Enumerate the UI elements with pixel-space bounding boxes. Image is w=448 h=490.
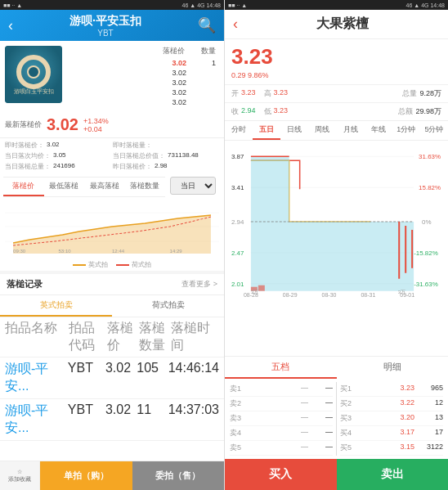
svg-text:14:29: 14:29 [170,249,183,254]
sell-row-3: 卖3 — — [230,411,333,426]
buy-row-5: 买5 3.15 3122 [340,441,443,456]
tab-hammer-price[interactable]: 落槌价 [3,178,44,196]
left-header: ‹ 游呗·平安玉扣 YBT 🔍 [0,10,224,41]
stock-buy-button[interactable]: 买入 [225,459,337,490]
view-more-link[interactable]: 查看更多 > [181,279,217,290]
stat-prev-price: 昨日落槌价： 2.98 [113,162,219,171]
right-status-bar: ■■ ·· ▲ 46 ▲ 4G 14:48 [225,0,448,10]
svg-point-2 [28,66,39,78]
tab-weekly[interactable]: 周线 [308,121,336,140]
stock-price-change: 0.29 9.86% [231,71,441,79]
stat-avg-price: 当日落次均价： 3.05 [5,151,111,160]
svg-text:2.47: 2.47 [231,249,244,257]
right-panel: ■■ ·· ▲ 46 ▲ 4G 14:48 ‹ 大果紫檀 3.23 0.29 9… [224,0,448,490]
stock-title: 大果紫檀 [244,16,440,33]
add-favorite-button[interactable]: ☆ 添加收藏 [0,461,40,490]
sell-row-1: 卖1 — — [230,382,333,397]
tab-yearly[interactable]: 年线 [365,121,392,140]
svg-text:09:30: 09:30 [13,249,26,254]
current-price-value: 3.02 [47,115,78,134]
stock-stats-row-2: 收 2.94 低 3.23 总额 29.98万 [225,102,448,120]
stock-chart-area: 3.87 3.41 2.94 2.47 2.01 31.63% 15.82% 0… [225,141,448,356]
svg-text:12:44: 12:44 [112,249,125,254]
sell-row-2: 卖2 — — [230,397,333,411]
buy-button[interactable]: 单拍（购） [40,461,132,490]
auction-tab-english[interactable]: 英式拍卖 [0,295,112,317]
sell-button[interactable]: 委拍（售） [132,461,225,490]
svg-text:-15.82%: -15.82% [414,249,438,257]
product-subtitle: YBT [97,29,113,38]
tab-monthly[interactable]: 月线 [337,121,365,140]
price-row-3: 3.02 [67,78,219,88]
tab-1min[interactable]: 1分钟 [392,121,420,140]
stat-low: 低 3.23 [264,106,289,117]
table-row: 游呗-平安... YBT 3.02 105 14:46:14 [0,357,224,399]
auction-title: 落槌记录 [7,278,43,290]
chart-tabs: 落槌价 最低落槌 最高落槌 落槌数量 [3,177,165,197]
legend-english: 英式拍 [73,260,108,269]
sell-row-5: 卖5 — — [230,441,333,456]
chart-legend: 英式拍 荷式拍 [0,258,224,271]
buy-row-3: 买3 3.20 13 [340,411,443,426]
svg-text:3万: 3万 [398,290,405,294]
stat-total-vol: 总量 9.28万 [402,88,441,99]
time-tabs: 分时 五日 日线 周线 月线 年线 1分钟 5分钟 [225,120,448,141]
current-price-area: 最新落槌价 3.02 +1.34% +0.04 [0,112,224,137]
qty-col-header: 数量 [201,46,216,56]
chart-date-dropdown[interactable]: 当日 [170,177,216,195]
stock-chart-svg: 3.87 3.41 2.94 2.47 2.01 31.63% 15.82% 0… [228,144,445,299]
depth-divider [336,382,337,456]
tab-max-price[interactable]: 最高落槌 [84,178,125,196]
stock-price-area: 3.23 0.29 9.86% [225,39,448,84]
svg-text:-31.63%: -31.63% [414,281,438,288]
price-change: +1.34% +0.04 [83,117,109,133]
svg-text:2.01: 2.01 [231,281,244,288]
right-header: ‹ 大果紫檀 [225,10,448,39]
stat-close: 收 2.94 [231,106,256,117]
left-panel: ■■ ·· ▲ 46 ▲ 4G 14:48 ‹ 游呗·平安玉扣 YBT 🔍 [0,0,224,490]
left-status-bar: ■■ ·· ▲ 46 ▲ 4G 14:48 [0,0,224,10]
bottom-bar-left: ☆ 添加收藏 单拍（购） 委拍（售） [0,461,224,490]
tab-qty[interactable]: 落槌数量 [125,178,166,196]
price-row-1: 3.02 1 [67,58,219,68]
tab-five-day[interactable]: 五日 [253,121,280,140]
stock-stats-row: 开 3.23 高 3.23 总量 9.28万 [225,84,448,102]
search-icon[interactable]: 🔍 [198,16,216,34]
svg-text:08-31: 08-31 [361,292,375,298]
svg-rect-38 [258,285,265,291]
auction-tabs: 英式拍卖 荷式拍卖 [0,295,224,317]
tab-minute[interactable]: 分时 [225,121,253,140]
depth-tab-five[interactable]: 五档 [225,357,337,379]
tab-min-price[interactable]: 最低落槌 [44,178,85,196]
stats-grid: 即时落槌价： 3.02 即时落槌量： 当日落次均价： 3.05 当日落槌总价值：… [0,137,224,173]
buy-row-1: 买1 3.23 965 [340,382,443,397]
legend-dutch: 荷式拍 [116,260,151,269]
stock-sell-button[interactable]: 卖出 [337,459,449,490]
product-title: 游呗·平安玉扣 [69,14,141,29]
tab-daily[interactable]: 日线 [280,121,308,140]
tab-5min[interactable]: 5分钟 [420,121,448,140]
svg-text:53:10: 53:10 [59,249,72,254]
price-col-header: 落槌价 [163,46,185,56]
price-row-4: 3.02 [67,88,219,97]
price-row-2: 3.02 [67,68,219,78]
svg-text:08-30: 08-30 [322,292,337,298]
depth-tabs: 五档 明细 [225,356,448,379]
product-section: 游呗白玉平安扣 落槌价 数量 3.02 1 3.02 3.02 3.02 [0,41,224,112]
svg-text:2.94: 2.94 [231,218,244,226]
auction-section: 落槌记录 查看更多 > 英式拍卖 荷式拍卖 拍品名称 拍品代码 落槌价 落槌数量… [0,274,224,461]
price-table: 落槌价 数量 3.02 1 3.02 3.02 3.02 3.02 [67,46,219,107]
depth-tab-detail[interactable]: 明细 [337,357,449,379]
stock-big-price: 3.23 [231,44,441,70]
stat-total-qty: 当日落槌总量： 241696 [5,162,111,171]
buy-row-2: 买2 3.22 12 [340,397,443,411]
chart-tab-bar: 落槌价 最低落槌 最高落槌 落槌数量 当日 [0,173,224,197]
current-price-label: 最新落槌价 [5,119,42,130]
auction-tab-dutch[interactable]: 荷式拍卖 [112,295,224,317]
back-icon[interactable]: ‹ [8,17,13,34]
mini-chart-svg: 09:30 53:10 12:44 14:29 [5,200,219,254]
chart-area: 09:30 53:10 12:44 14:29 [0,197,224,258]
sell-row-4: 卖4 — — [230,426,333,441]
right-back-button[interactable]: ‹ [233,16,238,33]
svg-text:08-29: 08-29 [283,292,298,298]
